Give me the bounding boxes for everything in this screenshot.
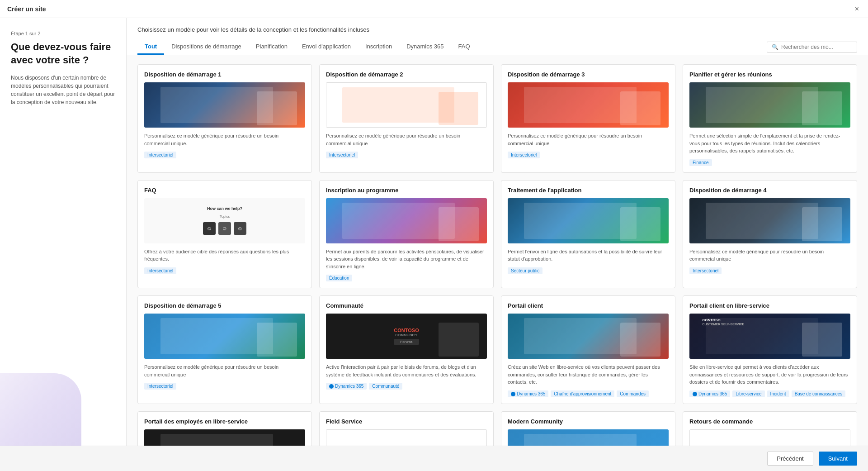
left-decoration bbox=[0, 373, 81, 446]
card-communaute[interactable]: Communauté CONTOSOCOMMUNITYForums Active… bbox=[319, 295, 494, 404]
card-tags-portail-libre: Dynamics 365Libre-serviceIncidentBase de… bbox=[689, 390, 850, 397]
card-starter3[interactable]: Disposition de démarrage 3 Personnalisez… bbox=[501, 64, 675, 173]
tag-intersectoriel[interactable]: Intersectoriel bbox=[144, 152, 176, 158]
tag-intersectoriel[interactable]: Intersectoriel bbox=[144, 267, 176, 274]
tag-dynamics-365[interactable]: Dynamics 365 bbox=[326, 383, 367, 390]
left-panel: Étape 1 sur 2 Que devez-vous faire avec … bbox=[0, 18, 127, 446]
card-desc-inscription: Permet aux parents de parcourir les acti… bbox=[326, 248, 487, 271]
tab-dynamics[interactable]: Dynamics 365 bbox=[399, 39, 451, 55]
card-title-starter5: Disposition de démarrage 5 bbox=[144, 302, 305, 309]
tag-intersectoriel[interactable]: Intersectoriel bbox=[689, 267, 722, 274]
tab-planification[interactable]: Planification bbox=[249, 39, 295, 55]
card-thumbnail-portail-libre: CONTOSOCUSTOMER SELF-SERVICE bbox=[689, 314, 850, 359]
tag-libre-service[interactable]: Libre-service bbox=[732, 390, 764, 397]
cards-grid: Disposition de démarrage 1 Personnalisez… bbox=[137, 64, 857, 446]
card-thumbnail-starter2 bbox=[326, 82, 487, 128]
card-title-starter4: Disposition de démarrage 4 bbox=[689, 187, 850, 194]
dialog-window: Créer un site × Étape 1 sur 2 Que devez-… bbox=[0, 0, 868, 471]
tag-base-de-connaissances[interactable]: Base de connaissances bbox=[792, 390, 846, 397]
card-thumbnail-employes bbox=[144, 429, 305, 446]
card-starter4[interactable]: Disposition de démarrage 4 Personnalisez… bbox=[683, 180, 857, 289]
left-panel-title: Que devez-vous faire avec votre site ? bbox=[11, 41, 115, 67]
card-traitement[interactable]: Traitement de l'application Permet l'env… bbox=[501, 180, 675, 289]
card-inscription[interactable]: Inscription au programme Permet aux pare… bbox=[319, 180, 494, 289]
tab-dispositions[interactable]: Dispositions de démarrage bbox=[164, 39, 249, 55]
card-tags-communaute: Dynamics 365Communauté bbox=[326, 383, 487, 390]
tag-intersectoriel[interactable]: Intersectoriel bbox=[326, 152, 358, 158]
card-thumbnail-modern bbox=[508, 429, 669, 446]
tag-secteur-public[interactable]: Secteur public bbox=[508, 267, 542, 274]
card-title-retours: Retours de commande bbox=[689, 418, 850, 425]
search-icon: 🔍 bbox=[772, 44, 778, 50]
card-tags-starter1: Intersectoriel bbox=[144, 152, 305, 158]
card-starter2[interactable]: Disposition de démarrage 2 Personnalisez… bbox=[319, 64, 494, 173]
next-button[interactable]: Suivant bbox=[819, 452, 857, 466]
card-title-field: Field Service bbox=[326, 418, 487, 425]
card-tags-faq: Intersectoriel bbox=[144, 267, 305, 274]
tag-dynamics-365[interactable]: Dynamics 365 bbox=[508, 390, 548, 397]
left-panel-desc: Nous disposons d'un certain nombre de mo… bbox=[11, 74, 115, 106]
back-button[interactable]: Précédent bbox=[767, 452, 813, 466]
tabs-search-row: Tout Dispositions de démarrage Planifica… bbox=[137, 39, 857, 55]
dialog-body: Étape 1 sur 2 Que devez-vous faire avec … bbox=[0, 18, 868, 446]
card-desc-faq: Offrez à votre audience cible des répons… bbox=[144, 248, 305, 263]
right-panel: Choisissez un modèle pour voir les détai… bbox=[127, 18, 868, 446]
card-retours[interactable]: Retours de commande Order History bbox=[683, 411, 857, 446]
tag-éducation[interactable]: Éducation bbox=[326, 275, 352, 281]
card-thumbnail-portail-client bbox=[508, 314, 669, 359]
tab-faq[interactable]: FAQ bbox=[451, 39, 477, 55]
dialog-titlebar: Créer un site × bbox=[0, 0, 868, 18]
card-title-starter3: Disposition de démarrage 3 bbox=[508, 71, 669, 78]
card-title-starter2: Disposition de démarrage 2 bbox=[326, 71, 487, 78]
card-title-traitement: Traitement de l'application bbox=[508, 187, 669, 194]
card-employes[interactable]: Portail des employés en libre-service bbox=[137, 411, 312, 446]
tag-intersectoriel[interactable]: Intersectoriel bbox=[508, 152, 540, 158]
tab-envoi[interactable]: Envoi d'application bbox=[295, 39, 358, 55]
search-box[interactable]: 🔍 bbox=[767, 42, 857, 52]
card-desc-starter2: Personnalisez ce modèle générique pour r… bbox=[326, 132, 487, 147]
card-thumbnail-traitement bbox=[508, 198, 669, 243]
close-button[interactable]: × bbox=[853, 4, 861, 14]
tag-finance[interactable]: Finance bbox=[689, 159, 712, 166]
card-tags-inscription: Éducation bbox=[326, 275, 487, 281]
card-title-employes: Portail des employés en libre-service bbox=[144, 418, 305, 425]
tag-incident[interactable]: Incident bbox=[767, 390, 789, 397]
card-desc-starter3: Personnalisez ce modèle générique pour r… bbox=[508, 132, 669, 147]
tag-dynamics-365[interactable]: Dynamics 365 bbox=[689, 390, 730, 397]
card-starter1[interactable]: Disposition de démarrage 1 Personnalisez… bbox=[137, 64, 312, 173]
card-tags-starter3: Intersectoriel bbox=[508, 152, 669, 158]
card-desc-starter1: Personnalisez ce modèle générique pour r… bbox=[144, 132, 305, 147]
card-tags-traitement: Secteur public bbox=[508, 267, 669, 274]
card-title-inscription: Inscription au programme bbox=[326, 187, 487, 194]
card-portail-libre[interactable]: Portail client en libre-service CONTOSOC… bbox=[683, 295, 857, 404]
card-modern[interactable]: Modern Community bbox=[501, 411, 675, 446]
card-starter5[interactable]: Disposition de démarrage 5 Personnalisez… bbox=[137, 295, 312, 404]
card-thumbnail-starter1 bbox=[144, 82, 305, 128]
card-field[interactable]: Field Service Contoso bbox=[319, 411, 494, 446]
cards-container: Disposition de démarrage 1 Personnalisez… bbox=[127, 55, 868, 446]
right-header: Choisissez un modèle pour voir les détai… bbox=[127, 18, 868, 55]
card-portail-client[interactable]: Portail client Créez un site Web en libr… bbox=[501, 295, 675, 404]
step-label: Étape 1 sur 2 bbox=[11, 31, 115, 36]
card-tags-starter4: Intersectoriel bbox=[689, 267, 850, 274]
card-desc-portail-client: Créez un site Web en libre-service où vo… bbox=[508, 363, 669, 386]
card-desc-plan-reunions: Permet une sélection simple de l'emplace… bbox=[689, 132, 850, 155]
card-thumbnail-starter3 bbox=[508, 82, 669, 128]
tag-communauté[interactable]: Communauté bbox=[369, 383, 402, 390]
search-input[interactable] bbox=[781, 44, 852, 50]
tag-intersectoriel[interactable]: Intersectoriel bbox=[144, 383, 176, 390]
tab-inscription[interactable]: Inscription bbox=[358, 39, 399, 55]
card-tags-portail-client: Dynamics 365Chaîne d'approvisionnementCo… bbox=[508, 390, 669, 397]
card-thumbnail-starter5 bbox=[144, 314, 305, 359]
card-title-plan-reunions: Planifier et gérer les réunions bbox=[689, 71, 850, 78]
card-desc-traitement: Permet l'envoi en ligne des autorisation… bbox=[508, 248, 669, 263]
card-title-portail-client: Portail client bbox=[508, 302, 669, 309]
card-desc-portail-libre: Site en libre-service qui permet à vos c… bbox=[689, 363, 850, 386]
dialog-footer: Précédent Suivant bbox=[0, 446, 868, 471]
tag-chaîne-d'approvisionnement[interactable]: Chaîne d'approvisionnement bbox=[551, 390, 614, 397]
tab-tout[interactable]: Tout bbox=[137, 39, 164, 55]
card-desc-communaute: Active l'interaction pair à pair par le … bbox=[326, 363, 487, 378]
card-faq[interactable]: FAQ How can we help?Topics☺☺☺ Offrez à v… bbox=[137, 180, 312, 289]
tag-commandes[interactable]: Commandes bbox=[617, 390, 649, 397]
card-plan-reunions[interactable]: Planifier et gérer les réunions Permet u… bbox=[683, 64, 857, 173]
